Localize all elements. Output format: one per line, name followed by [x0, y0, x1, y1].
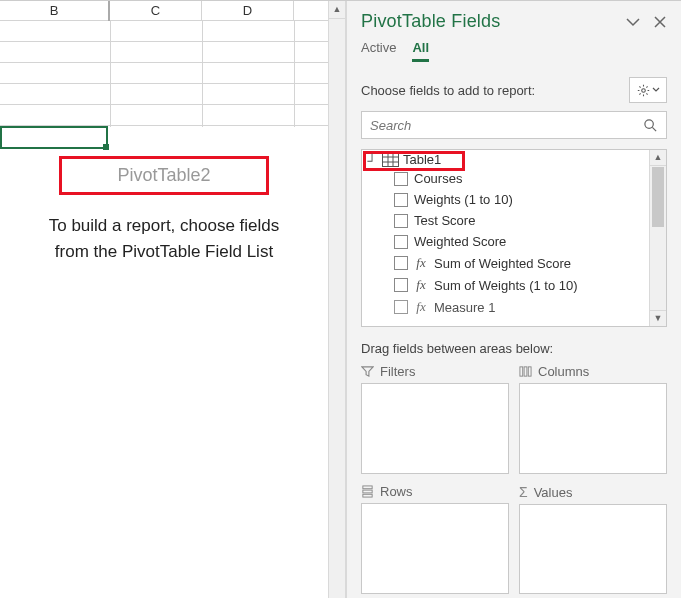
rows-dropzone[interactable] — [361, 503, 509, 594]
field-item-sum-weights[interactable]: fx Sum of Weights (1 to 10) — [362, 274, 666, 296]
checkbox[interactable] — [394, 235, 408, 249]
field-label: Weights (1 to 10) — [414, 192, 513, 207]
column-headers: B C D — [0, 1, 328, 21]
pane-title: PivotTable Fields — [361, 11, 500, 32]
area-rows-label: Rows — [380, 484, 413, 499]
field-item-weighted-score[interactable]: Weighted Score — [362, 231, 666, 252]
pivot-title: PivotTable2 — [117, 165, 210, 186]
col-header-d[interactable]: D — [202, 1, 294, 21]
scrollbar-thumb[interactable] — [652, 167, 664, 227]
drag-hint-label: Drag fields between areas below: — [347, 327, 681, 364]
spreadsheet-area: B C D PivotTable2 To build a report, cho… — [0, 1, 328, 598]
scroll-down-button[interactable]: ▼ — [650, 310, 666, 326]
field-item-measure1[interactable]: fx Measure 1 — [362, 296, 666, 318]
area-filters-label: Filters — [380, 364, 415, 379]
area-filters: Filters — [361, 364, 509, 474]
fx-icon: fx — [414, 299, 428, 315]
fx-icon: fx — [414, 255, 428, 271]
checkbox[interactable] — [394, 193, 408, 207]
table-icon — [382, 153, 399, 167]
chevron-down-icon — [652, 86, 660, 94]
selected-cell[interactable] — [0, 126, 108, 149]
area-rows: Rows — [361, 484, 509, 594]
tab-active[interactable]: Active — [361, 40, 396, 62]
grid-row[interactable] — [0, 42, 328, 63]
filter-icon — [361, 365, 374, 378]
svg-rect-3 — [383, 153, 399, 166]
table-node[interactable]: ┘ Table1 — [362, 150, 666, 168]
svg-rect-10 — [528, 367, 531, 376]
svg-rect-12 — [363, 490, 372, 493]
field-item-sum-weighted[interactable]: fx Sum of Weighted Score — [362, 252, 666, 274]
pivottable-fields-pane: PivotTable Fields Active All Choose fiel… — [346, 1, 681, 598]
field-list-scrollbar[interactable]: ▲ ▼ — [649, 150, 666, 326]
worksheet-scrollbar[interactable]: ▲ — [328, 1, 346, 598]
collapse-pane-icon[interactable] — [625, 14, 641, 30]
col-separator — [110, 21, 111, 127]
field-item-courses[interactable]: Courses — [362, 168, 666, 189]
choose-fields-label: Choose fields to add to report: — [361, 83, 535, 98]
values-dropzone[interactable] — [519, 504, 667, 594]
tab-all[interactable]: All — [412, 40, 429, 62]
grid-row[interactable] — [0, 21, 328, 42]
svg-rect-8 — [520, 367, 523, 376]
checkbox[interactable] — [394, 214, 408, 228]
checkbox[interactable] — [394, 278, 408, 292]
field-label: Sum of Weights (1 to 10) — [434, 278, 578, 293]
field-label: Sum of Weighted Score — [434, 256, 571, 271]
columns-icon — [519, 365, 532, 378]
field-item-weights[interactable]: Weights (1 to 10) — [362, 189, 666, 210]
area-columns: Columns — [519, 364, 667, 474]
sigma-icon: Σ — [519, 484, 528, 500]
grid-row[interactable] — [0, 63, 328, 84]
field-label: Measure 1 — [434, 300, 495, 315]
pane-header: PivotTable Fields — [347, 1, 681, 36]
area-values: Σ Values — [519, 484, 667, 594]
field-list-options-button[interactable] — [629, 77, 667, 103]
col-header-b[interactable]: B — [0, 1, 110, 21]
pivot-hint-line1: To build a report, choose fields — [15, 213, 313, 239]
annotation-highlight: PivotTable2 — [59, 156, 268, 195]
col-separator — [294, 21, 295, 127]
search-input[interactable] — [370, 118, 643, 133]
field-item-test-score[interactable]: Test Score — [362, 210, 666, 231]
search-input-wrap[interactable] — [361, 111, 667, 139]
close-pane-icon[interactable] — [653, 15, 667, 29]
checkbox[interactable] — [394, 256, 408, 270]
svg-rect-9 — [524, 367, 527, 376]
checkbox[interactable] — [394, 172, 408, 186]
search-icon — [643, 118, 658, 133]
fx-icon: fx — [414, 277, 428, 293]
svg-rect-13 — [363, 494, 372, 497]
table-name: Table1 — [403, 152, 441, 167]
pivot-placeholder: PivotTable2 To build a report, choose fi… — [15, 156, 313, 264]
field-label: Weighted Score — [414, 234, 506, 249]
field-label: Test Score — [414, 213, 475, 228]
svg-point-0 — [641, 88, 645, 92]
columns-dropzone[interactable] — [519, 383, 667, 474]
gear-icon — [637, 84, 650, 97]
grid-row[interactable] — [0, 105, 328, 126]
svg-rect-11 — [363, 486, 372, 489]
rows-icon — [361, 485, 374, 498]
filters-dropzone[interactable] — [361, 383, 509, 474]
scroll-up-button[interactable]: ▲ — [329, 1, 345, 19]
col-separator — [202, 21, 203, 127]
svg-point-1 — [645, 119, 653, 127]
area-values-label: Values — [534, 485, 573, 500]
scroll-up-button[interactable]: ▲ — [650, 150, 666, 166]
pivot-areas: Filters Columns Rows Σ Values — [347, 364, 681, 594]
pivot-hint-line2: from the PivotTable Field List — [15, 239, 313, 265]
grid-row[interactable] — [0, 84, 328, 105]
svg-line-2 — [652, 127, 656, 131]
area-columns-label: Columns — [538, 364, 589, 379]
checkbox[interactable] — [394, 300, 408, 314]
collapse-table-icon[interactable]: ┘ — [366, 154, 378, 167]
pane-tabs: Active All — [347, 40, 681, 63]
field-label: Courses — [414, 171, 462, 186]
col-header-c[interactable]: C — [110, 1, 202, 21]
field-list: ┘ Table1 Courses Weights (1 to 10) Test … — [361, 149, 667, 327]
